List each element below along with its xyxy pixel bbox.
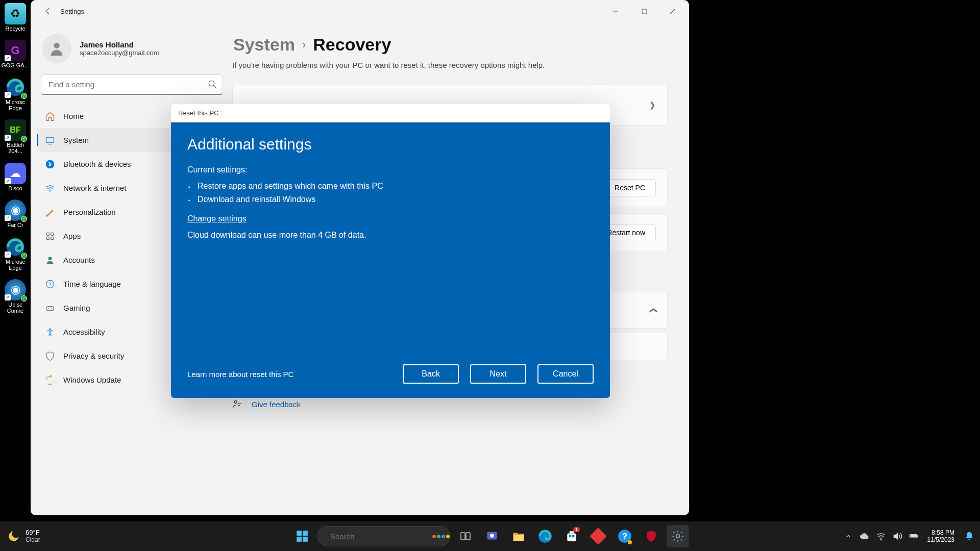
search-input[interactable] xyxy=(41,74,223,95)
windows-icon xyxy=(296,530,309,543)
taskbar-app-store[interactable]: 1 xyxy=(560,525,583,547)
svg-point-21 xyxy=(52,308,53,309)
give-feedback-link[interactable]: Give feedback xyxy=(232,399,668,409)
taskbar-search-input[interactable] xyxy=(330,532,427,541)
tray-onedrive[interactable] xyxy=(859,529,870,544)
weather-widget[interactable]: 69°F Clear xyxy=(0,529,40,543)
svg-point-25 xyxy=(234,400,237,403)
desktop-icons: ♻ Recycle G GOG GA... Microsc Edge BF Ba… xyxy=(0,0,31,314)
taskbar-app-edge[interactable] xyxy=(534,525,556,547)
privacy-icon xyxy=(45,351,55,361)
search-icon xyxy=(208,80,217,89)
breadcrumb-parent[interactable]: System xyxy=(233,35,295,55)
sidebar-item-label: Home xyxy=(63,112,84,120)
dialog-next-button[interactable]: Next xyxy=(470,364,526,384)
desktop-icon-label: GOG GA... xyxy=(2,62,29,68)
breadcrumb-current: Recovery xyxy=(313,35,391,55)
chevron-right-icon: ❯ xyxy=(649,101,656,110)
sidebar-item-label: Personalization xyxy=(63,208,116,216)
svg-rect-3 xyxy=(642,9,647,14)
desktop-icon-edge[interactable]: Microsc Edge xyxy=(0,77,31,111)
task-view-button[interactable] xyxy=(454,525,477,547)
desktop-icon-discord[interactable]: ☁ Disco xyxy=(0,163,31,191)
desktop-icon-battlefield[interactable]: BF Battlefi 204... xyxy=(0,119,31,154)
taskbar-app-settings[interactable] xyxy=(667,525,689,547)
bluetooth-icon xyxy=(45,159,55,169)
taskbar-app-red[interactable] xyxy=(587,525,609,547)
update-icon xyxy=(45,375,55,385)
dialog-cancel-button[interactable]: Cancel xyxy=(537,364,594,384)
taskbar-app-mcafee[interactable] xyxy=(640,525,663,547)
status-badge-icon xyxy=(21,93,27,99)
desktop-icon-ubisoft[interactable]: ◉ Ubisc Conne xyxy=(0,279,31,314)
status-badge-icon xyxy=(21,216,27,222)
clock[interactable]: 8:58 PM 11/5/2023 xyxy=(924,529,958,544)
titlebar: Settings xyxy=(31,0,689,22)
user-profile[interactable]: James Holland space2occupy@gmail.com xyxy=(37,32,227,74)
sidebar-item-label: Gaming xyxy=(63,304,90,312)
bell-icon xyxy=(964,531,974,541)
minimize-button[interactable] xyxy=(601,2,630,21)
system-tray: 8:58 PM 11/5/2023 xyxy=(843,529,980,544)
status-badge-icon xyxy=(21,253,27,259)
desktop-icon-farcry[interactable]: ◉ Far Cr xyxy=(0,199,31,228)
desktop-icon-gog[interactable]: G GOG GA... xyxy=(0,40,31,68)
search-field[interactable] xyxy=(41,74,223,95)
notifications-button[interactable] xyxy=(963,529,976,544)
accounts-icon xyxy=(45,255,55,265)
taskbar-app-help[interactable]: ? xyxy=(614,525,636,547)
tray-battery[interactable] xyxy=(908,529,919,544)
start-button[interactable] xyxy=(291,525,313,547)
desktop-icon-edge-2[interactable]: Microsc Edge xyxy=(0,236,31,271)
dialog-title: Additional settings xyxy=(187,136,594,153)
change-settings-link[interactable]: Change settings xyxy=(187,214,594,223)
shortcut-badge-icon xyxy=(5,92,11,98)
close-button[interactable] xyxy=(658,2,687,21)
tray-wifi[interactable] xyxy=(875,529,887,544)
ubisoft-icon: ◉ xyxy=(11,283,20,296)
user-email: space2occupy@gmail.com xyxy=(80,49,159,57)
maximize-button[interactable] xyxy=(630,2,658,21)
dialog-note: Cloud download can use more than 4 GB of… xyxy=(187,231,594,240)
maximize-icon xyxy=(642,9,647,14)
shield-icon xyxy=(645,530,658,543)
chat-icon xyxy=(485,530,499,543)
back-button[interactable] xyxy=(40,3,56,19)
reset-pc-dialog: Reset this PC Additional settings Curren… xyxy=(171,104,610,398)
dialog-back-button[interactable]: Back xyxy=(403,364,459,384)
breadcrumb: System › Recovery xyxy=(233,35,668,55)
svg-rect-33 xyxy=(466,533,470,540)
arrow-left-icon xyxy=(43,7,53,16)
minimize-icon xyxy=(612,8,619,14)
svg-rect-28 xyxy=(297,537,302,542)
search-highlights-icon xyxy=(432,535,450,538)
learn-more-link[interactable]: Learn more about reset this PC xyxy=(187,370,293,379)
reset-pc-button[interactable]: Reset PC xyxy=(604,179,656,196)
sidebar-item-label: Apps xyxy=(63,232,81,240)
sidebar-item-label: Bluetooth & devices xyxy=(63,160,131,168)
svg-point-35 xyxy=(490,534,494,538)
svg-rect-15 xyxy=(46,237,49,239)
sidebar-item-label: Windows Update xyxy=(63,375,121,384)
desktop-icon-recycle-bin[interactable]: ♻ Recycle xyxy=(0,3,31,32)
svg-point-44 xyxy=(880,539,881,540)
taskbar-search[interactable] xyxy=(317,526,450,546)
give-feedback-label: Give feedback xyxy=(252,400,301,409)
status-badge-icon xyxy=(21,295,27,302)
avatar xyxy=(42,34,71,63)
svg-rect-40 xyxy=(572,535,574,537)
person-icon xyxy=(48,40,65,57)
tray-volume[interactable] xyxy=(892,529,903,544)
svg-rect-27 xyxy=(303,531,308,536)
taskbar-app-chat[interactable] xyxy=(481,525,503,547)
tray-overflow-button[interactable] xyxy=(843,529,854,544)
svg-rect-9 xyxy=(46,137,54,142)
home-icon xyxy=(45,111,55,121)
taskbar-app-explorer[interactable] xyxy=(507,525,530,547)
sidebar-item-label: Privacy & security xyxy=(63,352,124,360)
clock-time: 8:58 PM xyxy=(932,529,954,536)
sidebar-item-label: Accounts xyxy=(63,256,95,264)
svg-line-8 xyxy=(213,85,216,88)
edge-icon xyxy=(538,529,552,543)
desktop-icon-label: Ubisc Conne xyxy=(0,302,31,314)
